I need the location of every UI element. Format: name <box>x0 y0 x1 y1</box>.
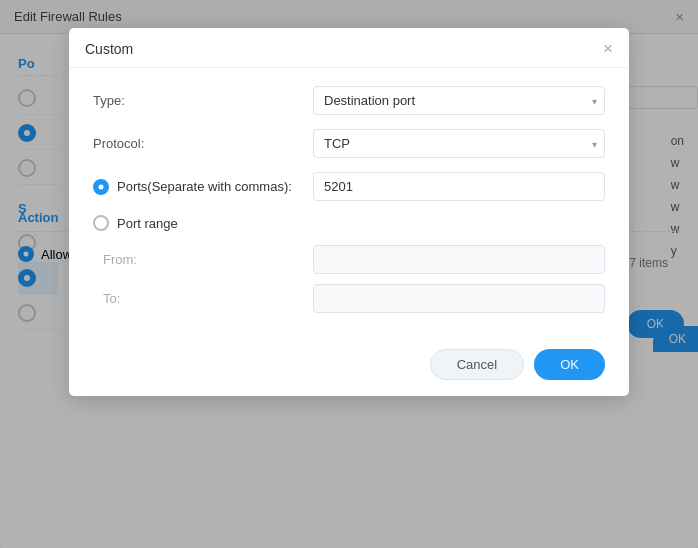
ports-input[interactable] <box>313 172 605 201</box>
dialog-close-icon[interactable]: × <box>603 40 613 57</box>
type-label: Type: <box>93 93 313 108</box>
custom-dialog: Custom × Type: Destination port Source p… <box>69 28 629 396</box>
dialog-footer: Cancel OK <box>69 339 629 396</box>
port-range-label: Port range <box>117 216 178 231</box>
from-label: From: <box>103 252 313 267</box>
port-range-radio-group[interactable]: Port range <box>93 215 313 231</box>
overlay: Custom × Type: Destination port Source p… <box>0 0 698 548</box>
from-input[interactable] <box>313 245 605 274</box>
to-input[interactable] <box>313 284 605 313</box>
ports-input-wrapper[interactable] <box>313 172 605 201</box>
to-row: To: <box>93 284 605 313</box>
dialog-title: Custom <box>85 41 133 57</box>
from-row: From: <box>93 245 605 274</box>
protocol-select[interactable]: TCP UDP ICMP Any <box>313 129 605 158</box>
ports-radio-label: Ports(Separate with commas): <box>117 179 292 194</box>
protocol-control[interactable]: TCP UDP ICMP Any ▾ <box>313 129 605 158</box>
type-select-wrapper[interactable]: Destination port Source port Protocol ▾ <box>313 86 605 115</box>
port-range-radio-row: Port range <box>93 215 605 231</box>
port-range-radio-btn[interactable] <box>93 215 109 231</box>
protocol-row: Protocol: TCP UDP ICMP Any ▾ <box>93 129 605 158</box>
ports-radio-group[interactable]: Ports(Separate with commas): <box>93 179 313 195</box>
type-row: Type: Destination port Source port Proto… <box>93 86 605 115</box>
from-input-wrapper[interactable] <box>313 245 605 274</box>
dialog-titlebar: Custom × <box>69 28 629 68</box>
to-input-wrapper[interactable] <box>313 284 605 313</box>
protocol-select-wrapper[interactable]: TCP UDP ICMP Any ▾ <box>313 129 605 158</box>
dialog-body: Type: Destination port Source port Proto… <box>69 68 629 339</box>
ports-radio-btn[interactable] <box>93 179 109 195</box>
type-select[interactable]: Destination port Source port Protocol <box>313 86 605 115</box>
dialog-ok-button[interactable]: OK <box>534 349 605 380</box>
ports-radio-row: Ports(Separate with commas): <box>93 172 605 201</box>
dialog-cancel-button[interactable]: Cancel <box>430 349 524 380</box>
protocol-label: Protocol: <box>93 136 313 151</box>
type-control[interactable]: Destination port Source port Protocol ▾ <box>313 86 605 115</box>
to-label: To: <box>103 291 313 306</box>
